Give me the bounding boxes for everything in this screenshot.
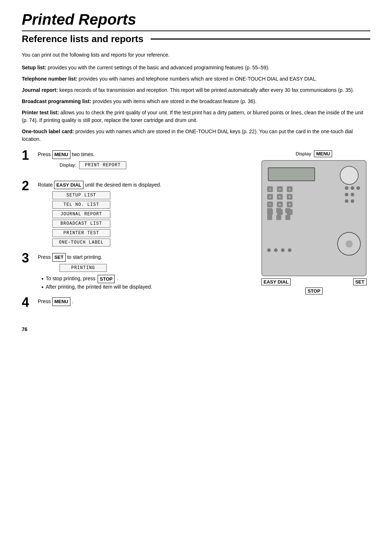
right-dots — [345, 186, 360, 203]
device-big-knob — [340, 166, 359, 185]
stop-label: STOP — [305, 288, 322, 294]
page-title: Printed Reports — [22, 11, 370, 31]
device-labels: EASY DIAL SET — [261, 278, 367, 285]
key-8: 8 — [277, 201, 283, 207]
rdot-2 — [351, 186, 354, 190]
step-3-display-value: PRINTING — [60, 264, 107, 272]
mid-key-2 — [276, 208, 281, 213]
rdot-3 — [356, 186, 360, 190]
desc-broadcast-term: Broadcast programming list: — [22, 98, 91, 104]
desc-onetouch-term: One-touch label card: — [22, 129, 74, 134]
desc-tel: Telephone number list: provides you with… — [22, 75, 370, 83]
desc-setup-term: Setup list: — [22, 65, 46, 70]
bdot-4 — [288, 248, 291, 252]
stop-button-inline: STOP — [98, 275, 115, 284]
step-3-display: PRINTING — [60, 264, 250, 272]
bullet-0: To stop printing, press STOP . — [41, 275, 250, 284]
step-1-button: MENU — [52, 150, 70, 159]
device-diagram: 1 2 3 4 5 6 7 8 9 * 0 # — [261, 160, 367, 276]
rdot-7 — [351, 199, 354, 203]
rdot-4 — [345, 193, 348, 196]
step-1-instruction: Press MENU two times. — [38, 150, 250, 159]
desc-printer-term: Printer test list: — [22, 110, 59, 115]
step-2-number: 2 — [22, 179, 33, 247]
bottom-left-dots — [267, 248, 293, 252]
bdot-1 — [267, 248, 271, 252]
steps-left: 1 Press MENU two times. Display: PRINT R… — [22, 150, 250, 315]
desc-journal: Journal report: keeps records of fax tra… — [22, 86, 370, 94]
step-1-display-label: Display: — [60, 162, 76, 168]
intro-text: You can print out the following lists an… — [22, 51, 370, 59]
device-display-label: Display — [296, 151, 311, 156]
desc-printer: Printer test list: allows you to check t… — [22, 109, 370, 124]
step-1-display: Display: PRINT REPORT — [60, 161, 250, 171]
step-2: 2 Rotate EASY DIAL until the desired ite… — [22, 181, 250, 247]
step-2-menu-list: SETUP LIST TEL NO. LIST JOURNAL REPORT B… — [52, 191, 250, 247]
mid-key-1 — [267, 208, 272, 213]
set-label-group: SET — [353, 278, 367, 285]
key-1: 1 — [267, 186, 273, 192]
step-2-button: EASY DIAL — [54, 181, 83, 190]
step-3-instruction: Press SET to start printing. — [38, 253, 250, 262]
bullet-1: After printing, the printed item will be… — [41, 283, 250, 291]
page-number: 76 — [22, 326, 370, 332]
device-screen — [268, 167, 315, 181]
section-title: Reference lists and reports — [22, 33, 370, 45]
device-menu-label: MENU — [314, 150, 332, 157]
mid-key-6 — [285, 215, 290, 220]
key-5: 5 — [277, 194, 283, 200]
menu-item-5: ONE-TOUCH LABEL — [52, 239, 250, 247]
set-label: SET — [353, 278, 367, 285]
rdot-6 — [345, 199, 348, 203]
desc-setup: Setup list: provides you with the curren… — [22, 64, 370, 72]
desc-onetouch: One-touch label card: provides you with … — [22, 128, 370, 143]
bdot-3 — [281, 248, 285, 252]
menu-item-1: TEL NO. LIST — [52, 201, 250, 209]
mid-key-3 — [285, 208, 290, 213]
mid-keypad — [267, 208, 293, 220]
step-3-number: 3 — [22, 252, 33, 291]
desc-journal-term: Journal report: — [22, 87, 58, 93]
step-4: 4 Press MENU . — [22, 297, 250, 309]
step-2-instruction: Rotate EASY DIAL until the desired item … — [38, 181, 250, 190]
key-6: 6 — [287, 194, 293, 200]
step-3: 3 Press SET to start printing. PRINTING … — [22, 253, 250, 291]
menu-item-2: JOURNAL REPORT — [52, 210, 250, 218]
steps-area: 1 Press MENU two times. Display: PRINT R… — [22, 150, 370, 315]
easy-dial-label-group: EASY DIAL — [261, 278, 291, 285]
key-3: 3 — [287, 186, 293, 192]
step-1: 1 Press MENU two times. Display: PRINT R… — [22, 150, 250, 174]
menu-item-4: PRINTER TEST — [52, 229, 250, 237]
step-1-display-value: PRINT REPORT — [79, 161, 126, 169]
step-4-number: 4 — [22, 296, 33, 309]
step-3-content: Press SET to start printing. PRINTING To… — [38, 253, 250, 291]
menu-item-3: BROADCAST LIST — [52, 220, 250, 228]
step-4-content: Press MENU . — [38, 297, 250, 309]
device-label-row: Display MENU — [296, 150, 332, 157]
step-1-number: 1 — [22, 149, 33, 174]
large-knob — [337, 232, 361, 256]
bdot-2 — [274, 248, 278, 252]
menu-item-0: SETUP LIST — [52, 191, 250, 199]
rdot-5 — [351, 193, 354, 196]
step-4-button: MENU — [52, 297, 70, 306]
step-3-bullets: To stop printing, press STOP . After pri… — [41, 275, 250, 291]
key-4: 4 — [267, 194, 273, 200]
desc-broadcast: Broadcast programming list: provides you… — [22, 98, 370, 105]
key-9: 9 — [287, 201, 293, 207]
mid-key-4 — [267, 215, 272, 220]
steps-right: Display MENU 1 2 3 4 5 6 7 8 9 * 0 # — [258, 150, 370, 315]
key-7: 7 — [267, 201, 273, 207]
desc-tel-term: Telephone number list: — [22, 76, 77, 82]
step-1-content: Press MENU two times. Display: PRINT REP… — [38, 150, 250, 174]
step-4-instruction: Press MENU . — [38, 297, 250, 306]
key-2: 2 — [277, 186, 283, 192]
step-2-content: Rotate EASY DIAL until the desired item … — [38, 181, 250, 247]
easy-dial-label: EASY DIAL — [261, 278, 291, 285]
mid-key-5 — [276, 215, 281, 220]
rdot-1 — [345, 186, 348, 190]
step-3-button: SET — [52, 253, 66, 262]
